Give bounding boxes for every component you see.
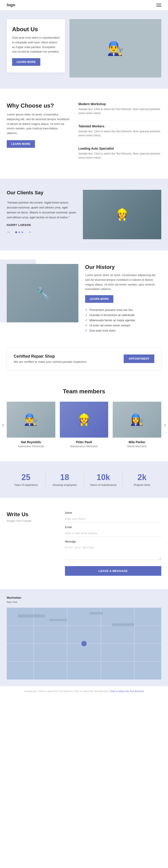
clients-mechanic-image: 👷	[83, 190, 161, 239]
divider-2	[78, 143, 161, 143]
carousel-dots	[15, 231, 23, 233]
checklist-item-5: ✓Duis aute irure dolor	[85, 329, 161, 332]
check-icon-4: ✓	[85, 324, 88, 327]
location-address: New York	[7, 600, 21, 604]
team-role-1: Automotive Technician	[7, 445, 55, 448]
why-choose-description: Lorem ipsum dolor sit amet, consectetur …	[7, 112, 70, 136]
feature-2-description: Sample text. Click to select the Text El…	[78, 129, 161, 137]
why-choose-learn-more-button[interactable]: LEARN MORE	[7, 140, 35, 148]
write-us-title: Write Us	[7, 511, 56, 518]
footer-link[interactable]: Click to select the Text Element	[110, 690, 144, 692]
team-prev-arrow[interactable]: ‹	[2, 422, 4, 428]
team-next-arrow[interactable]: ›	[164, 422, 166, 428]
stat-label-1: Years of experience	[7, 484, 45, 487]
why-choose-left: Why Choose us? Lorem ipsum dolor sit ame…	[7, 102, 70, 148]
team-card-2: 👷 Peter Pauli Maintenance Mechanic	[60, 402, 109, 448]
dot-2	[18, 231, 20, 233]
checklist-item-4: ✓Ut enim ad minim lorem veniam	[85, 324, 161, 327]
team-name-2: Peter Pauli	[60, 440, 109, 444]
email-form-group: Email	[65, 526, 161, 537]
team-role-2: Maintenance Mechanic	[60, 445, 109, 448]
stat-item-2: 18 Amazing employees	[45, 473, 84, 487]
svg-point-12	[81, 641, 87, 646]
location-info: Manhattan New York	[7, 596, 21, 604]
message-textarea[interactable]	[65, 544, 161, 560]
message-form-group: Message	[65, 540, 161, 561]
check-icon-1: ✓	[85, 308, 88, 312]
carousel-next-button[interactable]: →	[28, 230, 32, 235]
history-title: Our History	[85, 264, 161, 270]
name-form-group: Name	[65, 511, 161, 523]
hero-description: Duis aute irure dolor in reprehenderit i…	[12, 35, 59, 54]
why-choose-section: Why Choose us? Lorem ipsum dolor sit ame…	[0, 89, 168, 179]
map-placeholder: New York	[7, 608, 161, 680]
stat-label-4: Projects done	[123, 484, 161, 487]
stat-number-4: 2k	[123, 473, 161, 482]
email-input[interactable]	[65, 530, 161, 537]
team-name-1: Nat Reynolds	[7, 440, 55, 444]
stat-label-2: Amazing employees	[45, 484, 84, 487]
write-us-form: Name Email Message LEAVE A MESSAGE	[65, 511, 161, 576]
check-icon-2: ✓	[85, 313, 88, 317]
check-icon-5: ✓	[85, 329, 88, 332]
stat-label-3: Hours of maintenance	[84, 484, 123, 487]
team-section: Team members ‹ 👨‍🔧 Nat Reynolds Automoti…	[0, 381, 168, 461]
map-header: Manhattan New York	[7, 596, 161, 604]
feature-item-1: Modern Workshop Sample text. Click to se…	[78, 102, 161, 115]
checklist-item-1: ✓Fermentum posuere urna nec tinc	[85, 308, 161, 312]
write-us-left: Write Us Images from Freepik	[7, 511, 56, 576]
svg-rect-10	[90, 612, 103, 614]
why-choose-features: Modern Workshop Sample text. Click to se…	[78, 102, 161, 165]
certified-banner: Certified Repair Shop We are certified t…	[7, 347, 161, 370]
navbar: logo	[0, 0, 168, 10]
stat-number-1: 25	[7, 473, 45, 482]
email-label: Email	[65, 526, 161, 529]
stat-number-2: 18	[45, 473, 84, 482]
hero-learn-more-button[interactable]: LEARN MORE	[12, 58, 40, 66]
hamburger-line-3	[156, 6, 161, 7]
carousel-controls: ← →	[7, 230, 76, 235]
feature-item-3: Leading Auto Specialist Sample text. Cli…	[78, 147, 161, 160]
testimonial-name: HARRY LARSON	[7, 223, 76, 227]
team-card-3: 👩‍🔧 Mila Parker Diesel Mechanic	[113, 402, 161, 448]
stat-item-4: 2k Projects done	[123, 473, 161, 487]
clients-say-title: Our Clients Say	[7, 190, 76, 196]
checklist-item-3: ✓Malesuada fames ac turpis egestas	[85, 318, 161, 322]
why-choose-title: Why Choose us?	[7, 102, 70, 109]
svg-rect-11	[112, 623, 134, 626]
hamburger-menu[interactable]	[156, 4, 161, 7]
history-learn-more-button[interactable]: LEARN MORE	[85, 295, 113, 303]
certified-title: Certified Repair Shop	[14, 354, 86, 359]
location-title: Manhattan	[7, 596, 21, 599]
hero-image-container: 👨‍🔧	[70, 19, 161, 78]
hero-section: About Us Duis aute irure dolor in repreh…	[0, 10, 168, 89]
certified-text: Certified Repair Shop We are certified t…	[14, 354, 86, 364]
history-content: Our History Lorem ipsum dolor sit amet, …	[85, 264, 161, 334]
hero-title: About Us	[12, 26, 59, 33]
logo: logo	[7, 3, 15, 7]
footer: Sample text. Click to select the Text El…	[0, 686, 168, 696]
check-icon-3: ✓	[85, 318, 88, 322]
carousel-prev-button[interactable]: ←	[7, 230, 11, 235]
footer-text: Sample text. Click to select the Text El…	[7, 690, 161, 692]
svg-rect-8	[18, 614, 45, 618]
divider-1	[78, 121, 161, 121]
stat-item-1: 25 Years of experience	[7, 473, 45, 487]
history-image: 🔧	[7, 264, 78, 322]
hamburger-line-1	[156, 4, 161, 4]
testimonial-quote: "Aenean pulvinar dui ornare, fugiat lore…	[7, 200, 76, 220]
name-input[interactable]	[65, 515, 161, 523]
svg-rect-9	[49, 619, 67, 621]
hamburger-line-2	[156, 5, 161, 5]
feature-3-description: Sample text. Click to select the Text El…	[78, 152, 161, 160]
feature-3-title: Leading Auto Specialist	[78, 147, 161, 150]
history-section: 🔧 Our History Lorem ipsum dolor sit amet…	[0, 250, 168, 347]
send-message-button[interactable]: LEAVE A MESSAGE	[65, 566, 161, 576]
team-photo-3: 👩‍🔧	[113, 402, 161, 438]
appointment-button[interactable]: APPOINTMENT	[124, 354, 154, 363]
team-title: Team members	[7, 388, 161, 395]
history-checklist: ✓Fermentum posuere urna nec tinc ✓Gravid…	[85, 308, 161, 332]
hero-text-box: About Us Duis aute irure dolor in repreh…	[7, 19, 65, 72]
team-card-1: 👨‍🔧 Nat Reynolds Automotive Technician	[7, 402, 55, 448]
clients-image-area: 👷	[83, 190, 161, 239]
